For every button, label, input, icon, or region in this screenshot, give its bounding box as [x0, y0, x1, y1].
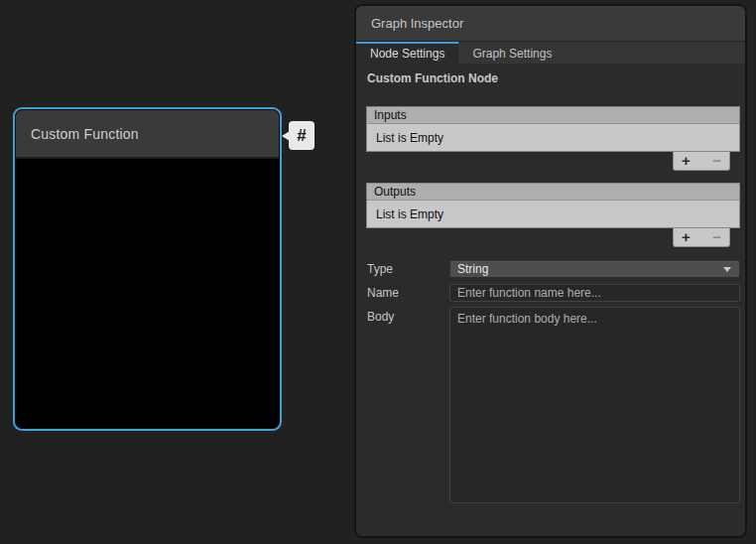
outputs-list-footer: + −	[673, 228, 730, 247]
panel-title: Graph Inspector	[356, 16, 463, 31]
graph-inspector-header[interactable]: Graph Inspector	[356, 6, 745, 42]
hash-badge[interactable]: #	[289, 121, 315, 150]
tab-graph-settings[interactable]: Graph Settings	[458, 42, 566, 64]
outputs-add-button[interactable]: +	[682, 229, 691, 245]
body-label: Body	[366, 307, 449, 324]
section-title: Custom Function Node	[366, 71, 740, 85]
name-row: Name	[366, 284, 740, 302]
type-row: Type String	[366, 260, 740, 278]
custom-function-node[interactable]: Custom Function	[15, 109, 280, 429]
tab-node-settings[interactable]: Node Settings	[356, 42, 458, 64]
outputs-empty-row: List is Empty	[367, 201, 739, 227]
node-title: Custom Function	[16, 126, 139, 142]
inputs-empty-label: List is Empty	[376, 131, 443, 145]
inputs-list-footer: + −	[673, 152, 730, 171]
type-dropdown[interactable]: String	[449, 260, 740, 278]
outputs-list-box: Outputs List is Empty	[366, 183, 740, 228]
inputs-remove-button[interactable]: −	[712, 153, 721, 169]
outputs-empty-label: List is Empty	[376, 207, 443, 221]
tab-graph-settings-label: Graph Settings	[472, 47, 552, 61]
graph-canvas[interactable]: Custom Function # Graph Inspector Node S…	[0, 0, 756, 544]
node-settings-content: Custom Function Node Inputs List is Empt…	[356, 64, 745, 503]
type-dropdown-value: String	[457, 262, 723, 276]
node-preview-body	[16, 159, 279, 426]
outputs-remove-button[interactable]: −	[712, 229, 721, 245]
outputs-list: Outputs List is Empty + −	[366, 183, 740, 247]
inputs-list-header: Inputs	[367, 107, 739, 124]
body-row: Body	[366, 307, 740, 503]
hash-icon: #	[297, 126, 306, 146]
outputs-list-header: Outputs	[367, 184, 739, 201]
node-title-bar[interactable]: Custom Function	[16, 110, 279, 159]
badge-tail-icon	[282, 131, 290, 141]
name-label: Name	[366, 286, 449, 300]
inputs-add-button[interactable]: +	[682, 153, 691, 169]
type-label: Type	[366, 262, 449, 276]
tab-node-settings-label: Node Settings	[370, 47, 444, 61]
inputs-empty-row: List is Empty	[367, 124, 739, 151]
chevron-down-icon	[723, 267, 731, 272]
inputs-list: Inputs List is Empty + −	[366, 106, 740, 171]
inputs-list-box: Inputs List is Empty	[366, 106, 740, 152]
inspector-tab-bar: Node Settings Graph Settings	[356, 42, 745, 64]
graph-inspector-panel: Graph Inspector Node Settings Graph Sett…	[354, 4, 747, 538]
function-body-textarea[interactable]	[449, 307, 740, 503]
function-name-input[interactable]	[449, 284, 740, 302]
